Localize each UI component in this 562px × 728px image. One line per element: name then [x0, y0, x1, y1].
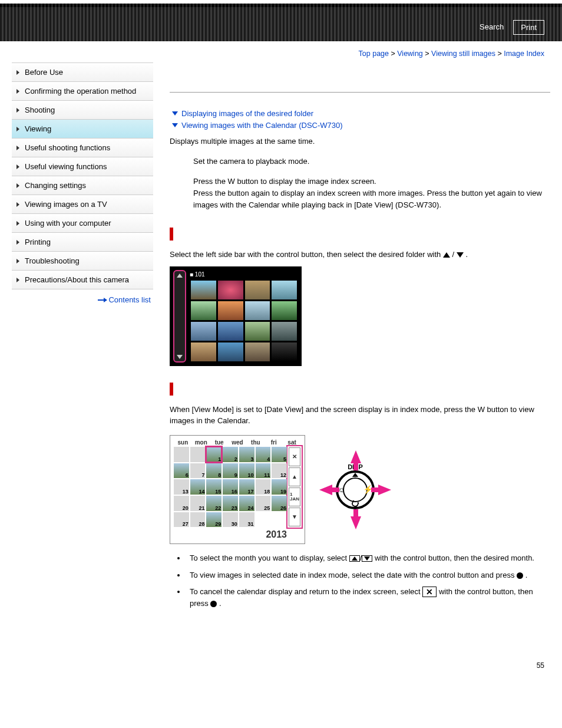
nav-viewing-tv[interactable]: Viewing images on a TV [12, 195, 153, 213]
bullet-cancel: To cancel the calendar display and retur… [186, 586, 550, 610]
thumb [245, 301, 270, 320]
breadcrumb: Top page > Viewing > Viewing still image… [0, 41, 562, 62]
thumb [218, 342, 243, 361]
nav-shooting[interactable]: Shooting [12, 100, 153, 119]
calendar-intro: When [View Mode] is set to [Date View] a… [170, 404, 550, 427]
title-separator [170, 92, 550, 93]
thumb [191, 301, 216, 320]
thumb [191, 342, 216, 361]
nav-useful-shooting[interactable]: Useful shooting functions [12, 138, 153, 157]
image-index-screenshot: ■ 101 [170, 266, 302, 366]
breadcrumb-link[interactable]: Top page [359, 50, 389, 58]
folder-instruction: Select the left side bar with the contro… [170, 249, 550, 261]
thumb [245, 281, 270, 299]
step-2: Press the W button to display the image … [193, 176, 550, 211]
nav-computer[interactable]: Using with your computer [12, 213, 153, 232]
center-button-icon [210, 601, 217, 607]
nav-before-use[interactable]: Before Use [12, 62, 153, 81]
contents-list-row: Contents list [12, 289, 153, 304]
calendar-year: 2013 [174, 527, 301, 540]
nav-printing[interactable]: Printing [12, 232, 153, 251]
nav-precautions[interactable]: Precautions/About this camera [12, 270, 153, 289]
pink-arrow-up-icon [351, 450, 361, 463]
pink-arrow-left-icon [319, 485, 332, 495]
selected-date: 1 [206, 447, 222, 462]
thumb [191, 281, 216, 299]
thumb [218, 281, 243, 299]
down-triangle-icon: ▼ [289, 508, 300, 526]
folder-sidebar-highlight [173, 270, 186, 363]
nav-troubleshooting[interactable]: Troubleshooting [12, 251, 153, 270]
thumb [272, 322, 297, 341]
main-content: Displaying images of the desired folder … [170, 62, 550, 614]
arrow-right-icon [98, 298, 107, 302]
boxed-close-icon: ✕ [422, 587, 437, 597]
thumb [218, 301, 243, 320]
dial-up-icon [352, 473, 358, 477]
nav-viewing[interactable]: Viewing [12, 119, 153, 138]
down-arrow-icon [177, 355, 183, 359]
top-banner: Search Print [0, 0, 562, 41]
thumb [245, 342, 270, 361]
breadcrumb-link[interactable]: Viewing still images [431, 50, 495, 58]
intro-text: Displays multiple images at the same tim… [170, 136, 550, 147]
calendar-screenshot: sun mon tue wed thu fri sat 1 2 3 4 5 [170, 435, 305, 545]
nav-useful-viewing[interactable]: Useful viewing functions [12, 157, 153, 176]
bullet-view-date: To view images in selected date in index… [186, 569, 550, 581]
breadcrumb-link[interactable]: Viewing [397, 50, 423, 58]
anchor-calendar[interactable]: Viewing images with the Calendar (DSC-W7… [170, 121, 550, 130]
pink-arrow-right-icon [378, 485, 391, 495]
month-indicator: 1 JAN [289, 487, 300, 506]
up-triangle-icon: ▲ [289, 467, 300, 486]
folder-number: ■ 101 [190, 271, 205, 278]
contents-list-link[interactable]: Contents list [108, 295, 151, 304]
boxed-down-icon [362, 555, 372, 562]
nav-confirming-operation[interactable]: Confirming the operation method [12, 81, 153, 100]
thumb [218, 322, 243, 341]
calendar-bullets: To select the month you want to display,… [186, 552, 550, 610]
section-marker-icon [170, 228, 173, 241]
center-button-icon [517, 572, 523, 579]
close-icon: ✕ [289, 447, 300, 466]
down-triangle-icon [457, 252, 464, 258]
sidebar-nav: Before Use Confirming the operation meth… [12, 62, 153, 289]
anchor-displaying-folder[interactable]: Displaying images of the desired folder [170, 109, 550, 118]
thumb [272, 342, 297, 361]
up-arrow-icon [177, 274, 183, 278]
nav-changing-settings[interactable]: Changing settings [12, 176, 153, 195]
control-button-diagram: DISP ☺ ⚡ [323, 452, 388, 528]
print-button[interactable]: Print [513, 20, 544, 35]
page-number: 55 [0, 638, 562, 681]
section-marker-icon [170, 383, 173, 396]
calendar-side-controls: ✕ ▲ 1 JAN ▼ [288, 447, 301, 528]
up-triangle-icon [443, 252, 450, 258]
breadcrumb-current[interactable]: Image Index [504, 50, 544, 58]
thumb [272, 281, 297, 299]
pink-arrow-down-icon [351, 516, 361, 529]
boxed-up-icon [349, 555, 360, 562]
thumb [272, 301, 297, 320]
step-1: Set the camera to playback mode. [193, 156, 550, 167]
thumb [245, 322, 270, 341]
thumb [191, 322, 216, 341]
search-button[interactable]: Search [472, 20, 507, 35]
bullet-select-month: To select the month you want to display,… [186, 552, 550, 564]
